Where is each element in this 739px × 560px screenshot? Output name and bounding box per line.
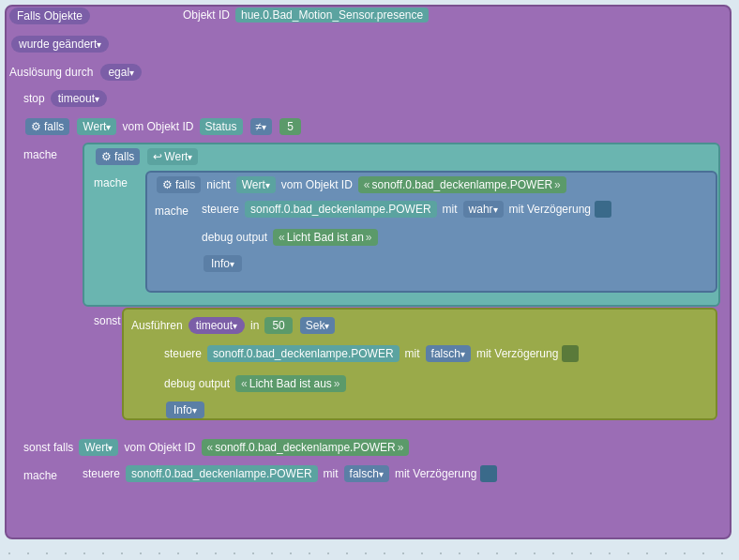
- sek-block[interactable]: Sek: [300, 317, 336, 334]
- licht-an-value: Licht Bad ist an: [287, 231, 364, 244]
- wurde-geaendert-label: wurde geändert: [19, 38, 97, 51]
- arrow-wert-block[interactable]: ↩ Wert: [147, 148, 198, 165]
- gear-icon: ⚙: [31, 120, 41, 133]
- licht-aus-value: Licht Bad ist aus: [249, 377, 332, 390]
- mache-label-final: mache: [23, 469, 57, 482]
- objekt-id-label: Objekt ID: [183, 8, 230, 22]
- mit-label-2: mit: [405, 347, 420, 360]
- ausfuhren-row: Ausführen timeout in 50 Sek: [131, 317, 337, 334]
- steuere-row-final: steuere sonoff.0.bad_deckenlampe.POWER m…: [83, 465, 497, 482]
- sonoff-sonst-falls-block[interactable]: « sonoff.0.bad_deckenlampe.POWER »: [202, 439, 410, 456]
- value-5-label: 5: [287, 120, 294, 133]
- timeout-value-block[interactable]: 50: [264, 317, 292, 334]
- falls-gear-block-2[interactable]: ⚙ falls: [96, 148, 140, 165]
- falls-wert-row: ⚙ falls ↩ Wert: [94, 148, 200, 165]
- wurde-geaendert-block[interactable]: wurde geändert: [11, 36, 109, 53]
- timeout-label: timeout: [58, 92, 95, 105]
- verzoegerung-box-1[interactable]: [595, 201, 611, 218]
- falls-objekte-block[interactable]: Falls Objekte: [9, 8, 90, 24]
- sonst-falls-label: sonst falls: [23, 441, 73, 454]
- steuere-label-final: steuere: [83, 467, 120, 480]
- licht-aus-block[interactable]: « Licht Bad ist aus »: [235, 375, 345, 392]
- sonoff-final-block[interactable]: sonoff.0.bad_deckenlampe.POWER: [126, 465, 318, 482]
- sonoff-steuere-block-1[interactable]: sonoff.0.bad_deckenlampe.POWER: [245, 201, 437, 218]
- objekt-id-header-block: Objekt ID hue.0.Bad_Motion_Sensor.presen…: [183, 8, 430, 23]
- neq-block[interactable]: ≠: [250, 118, 273, 135]
- neq-label: ≠: [256, 120, 263, 133]
- wert-block-3[interactable]: Wert: [236, 176, 276, 193]
- objekt-id-value: hue.0.Bad_Motion_Sensor.presence: [241, 8, 423, 22]
- objekt-id-value-block[interactable]: hue.0.Bad_Motion_Sensor.presence: [235, 8, 429, 23]
- falls-objekte-label: Falls Objekte: [17, 9, 83, 23]
- sonoff-steuere-block-2[interactable]: sonoff.0.bad_deckenlampe.POWER: [207, 345, 400, 362]
- falls-label-3: falls: [175, 178, 195, 191]
- falsch-label-final: falsch: [350, 467, 379, 480]
- mit-verzoegerung-label-1: mit Verzögerung: [509, 203, 591, 216]
- gear-icon-2: ⚙: [101, 150, 112, 163]
- mache-label-2: mache: [94, 176, 128, 189]
- sek-label: Sek: [306, 319, 325, 332]
- steuere-label-1: steuere: [202, 203, 239, 216]
- timeout-block-2[interactable]: timeout: [189, 317, 245, 334]
- auslosung-label: Auslösung durch: [9, 66, 93, 79]
- value-5-block[interactable]: 5: [279, 118, 301, 135]
- gear-icon-3: ⚙: [162, 178, 173, 191]
- falls-gear-block-3[interactable]: ⚙ falls: [157, 176, 201, 193]
- info-block-2[interactable]: Info: [166, 401, 204, 418]
- wert-label-sf: Wert: [84, 441, 108, 454]
- mit-label-1: mit: [443, 203, 458, 216]
- ausfuhren-label: Ausführen: [131, 319, 183, 332]
- verzoegerung-box-2[interactable]: [562, 345, 579, 362]
- falsch-label-1: falsch: [431, 347, 460, 360]
- mache-label-1: mache: [23, 148, 57, 161]
- falls-label-2: falls: [114, 150, 134, 163]
- mit-label-final: mit: [324, 467, 339, 480]
- timeout-label-2: timeout: [196, 319, 233, 332]
- sonst-label-1: sonst: [94, 314, 121, 327]
- vom-objekt-id-label-2: vom Objekt ID: [281, 178, 353, 191]
- stop-label: stop: [23, 92, 45, 105]
- egal-block[interactable]: egal: [100, 64, 142, 81]
- wert-block-1[interactable]: Wert: [77, 118, 116, 135]
- canvas: Falls Objekte Objekt ID hue.0.Bad_Motion…: [0, 0, 739, 560]
- timeout-value: 50: [272, 319, 284, 332]
- wert-label-3: Wert: [242, 178, 265, 191]
- sonoff-steuere-value-2: sonoff.0.bad_deckenlampe.POWER: [213, 347, 394, 360]
- wert-sonst-falls[interactable]: Wert: [79, 439, 118, 456]
- in-label: in: [250, 319, 259, 332]
- sonoff-steuere-value-1: sonoff.0.bad_deckenlampe.POWER: [250, 203, 431, 216]
- vom-objekt-id-sf: vom Objekt ID: [124, 441, 195, 454]
- falsch-block-final[interactable]: falsch: [344, 465, 389, 482]
- falls-gear-label: falls: [44, 120, 64, 133]
- info-block-1[interactable]: Info: [204, 255, 242, 272]
- nicht-label: nicht: [206, 178, 230, 191]
- status-label: Status: [205, 120, 237, 133]
- arrow-icon: ↩: [153, 150, 162, 163]
- licht-an-block[interactable]: « Licht Bad ist an »: [273, 229, 377, 246]
- falsch-block-1[interactable]: falsch: [426, 345, 471, 362]
- auslosung-row: Auslösung durch egal: [9, 64, 143, 81]
- mit-verzoegerung-final: mit Verzögerung: [395, 467, 476, 480]
- sonoff-string-block-1[interactable]: « sonoff.0.bad_deckenlampe.POWER »: [358, 176, 566, 193]
- wahr-block[interactable]: wahr: [463, 201, 504, 218]
- steuere-row-2: steuere sonoff.0.bad_deckenlampe.POWER m…: [164, 345, 579, 362]
- mache-label-3: mache: [155, 204, 189, 218]
- egal-value: egal: [108, 66, 129, 79]
- vom-objekt-id-label-1: vom Objekt ID: [122, 120, 193, 133]
- debug-label-1: debug output: [202, 231, 267, 244]
- status-block[interactable]: Status: [200, 118, 243, 135]
- wahr-label: wahr: [469, 203, 493, 216]
- falls-gear-block[interactable]: ⚙ falls: [25, 118, 69, 135]
- falls-nicht-row: ⚙ falls nicht Wert vom Objekt ID « sonof…: [155, 176, 568, 193]
- sonoff-final-value: sonoff.0.bad_deckenlampe.POWER: [131, 467, 312, 480]
- steuere-row-1: steuere sonoff.0.bad_deckenlampe.POWER m…: [202, 201, 611, 218]
- steuere-label-2: steuere: [164, 347, 202, 360]
- verzoegerung-box-final[interactable]: [480, 465, 497, 482]
- sonst-falls-row: sonst falls Wert vom Objekt ID « sonoff.…: [23, 439, 411, 456]
- debug-row-2: debug output « Licht Bad ist aus »: [164, 375, 348, 392]
- mit-verzoegerung-label-2: mit Verzögerung: [476, 347, 558, 360]
- info-label-1: Info: [211, 257, 230, 270]
- timeout-block[interactable]: timeout: [51, 90, 107, 107]
- sonoff-sf-value: sonoff.0.bad_deckenlampe.POWER: [215, 441, 396, 454]
- debug-label-2: debug output: [164, 377, 230, 390]
